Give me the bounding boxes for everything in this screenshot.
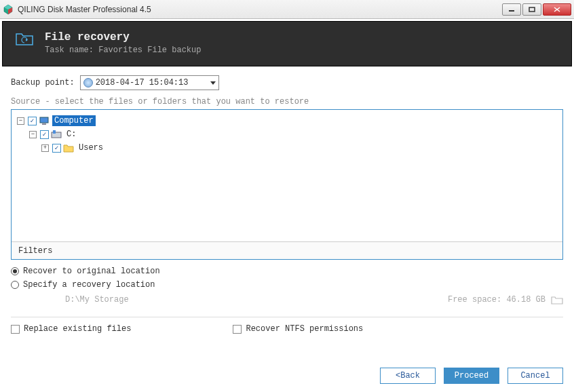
replace-label: Replace existing files (24, 324, 131, 334)
divider (11, 317, 563, 317)
expander-icon[interactable]: + (41, 144, 49, 152)
folder-recovery-icon (15, 31, 34, 46)
checkbox-drive[interactable]: ✓ (40, 130, 49, 139)
replace-existing-check[interactable]: Replace existing files (11, 324, 131, 334)
minimize-button[interactable] (502, 3, 521, 16)
source-tree: − ✓ Computer − ✓ C: + ✓ (12, 110, 562, 159)
task-name-row: Task name: Favorites File backup (45, 45, 201, 55)
proceed-button[interactable]: Proceed (444, 368, 499, 384)
chevron-down-icon (210, 81, 216, 85)
app-icon (3, 4, 14, 15)
source-tree-box: − ✓ Computer − ✓ C: + ✓ (11, 109, 563, 260)
task-name: Favorites File backup (98, 45, 201, 55)
button-row: <Back Proceed Cancel (380, 368, 563, 384)
backup-point-row: Backup point: 2018-04-17 15:04:13 (11, 75, 563, 90)
tree-label-computer: Computer (52, 115, 96, 126)
tree-row-drive[interactable]: − ✓ C: (17, 128, 557, 141)
radio-specify-row[interactable]: Specify a recovery location (11, 280, 563, 290)
filters-label: Filters (18, 246, 52, 256)
content-area: Backup point: 2018-04-17 15:04:13 Source… (0, 68, 574, 340)
tree-row-computer[interactable]: − ✓ Computer (17, 114, 557, 128)
svg-rect-4 (529, 7, 535, 12)
tree-row-users[interactable]: + ✓ Users (17, 141, 557, 155)
options-row: Replace existing files Recover NTFS perm… (11, 324, 563, 334)
radio-specify-label: Specify a recovery location (23, 280, 155, 290)
radio-original-label: Recover to original location (23, 267, 160, 276)
radio-original-row[interactable]: Recover to original location (11, 267, 563, 276)
checkbox-ntfs[interactable] (233, 325, 242, 334)
folder-icon (63, 143, 74, 153)
back-button[interactable]: <Back (380, 368, 436, 384)
checkbox-users[interactable]: ✓ (52, 144, 61, 153)
free-space: Free space: 46.18 GB (448, 295, 546, 305)
backup-point-label: Backup point: (11, 78, 75, 87)
titlebar: QILING Disk Master Professional 4.5 (0, 0, 574, 19)
browse-folder-icon[interactable] (551, 295, 563, 305)
page-header: File recovery Task name: Favorites File … (2, 21, 572, 66)
expander-icon[interactable]: − (17, 117, 24, 125)
close-button[interactable] (543, 3, 571, 16)
window-title: QILING Disk Master Professional 4.5 (18, 5, 502, 14)
tree-label-drive: C: (64, 129, 78, 140)
radio-specify[interactable] (11, 281, 19, 289)
tree-label-users: Users (77, 142, 105, 153)
maximize-button[interactable] (522, 3, 541, 16)
source-label: Source - select the files or folders tha… (11, 97, 563, 106)
expander-icon[interactable]: − (29, 131, 37, 138)
svg-rect-8 (40, 117, 48, 123)
recovery-path-row: D:\My Storage Free space: 46.18 GB (11, 295, 563, 305)
disk-icon (51, 130, 62, 139)
backup-point-icon (83, 78, 93, 87)
checkbox-computer[interactable]: ✓ (28, 117, 37, 125)
svg-rect-9 (42, 123, 46, 125)
recover-ntfs-check[interactable]: Recover NTFS permissions (233, 324, 363, 334)
ntfs-label: Recover NTFS permissions (246, 324, 363, 334)
svg-rect-11 (53, 130, 56, 134)
filters-bar[interactable]: Filters (12, 241, 562, 259)
backup-point-dropdown[interactable]: 2018-04-17 15:04:13 (80, 75, 219, 90)
window-controls (502, 3, 571, 16)
task-label: Task name: (45, 45, 94, 55)
computer-icon (39, 116, 50, 125)
checkbox-replace[interactable] (11, 325, 20, 334)
backup-point-value: 2018-04-17 15:04:13 (96, 78, 189, 87)
cancel-button[interactable]: Cancel (508, 368, 563, 384)
radio-original[interactable] (11, 267, 19, 275)
recovery-path: D:\My Storage (65, 295, 129, 305)
page-title: File recovery (45, 31, 201, 43)
